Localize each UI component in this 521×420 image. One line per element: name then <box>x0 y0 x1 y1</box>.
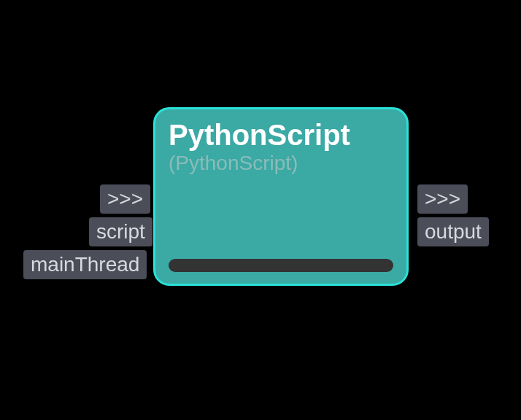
python-script-node[interactable]: PythonScript (PythonScript) <box>153 107 409 286</box>
node-subtitle: (PythonScript) <box>169 152 393 175</box>
input-port-exec[interactable]: >>> <box>100 184 150 214</box>
node-title: PythonScript <box>169 120 393 150</box>
output-port-exec[interactable]: >>> <box>417 184 468 214</box>
input-port-mainthread[interactable]: mainThread <box>23 250 147 279</box>
input-port-script[interactable]: script <box>89 217 153 246</box>
output-port-output[interactable]: output <box>417 217 489 246</box>
node-footer-bar <box>169 259 393 272</box>
